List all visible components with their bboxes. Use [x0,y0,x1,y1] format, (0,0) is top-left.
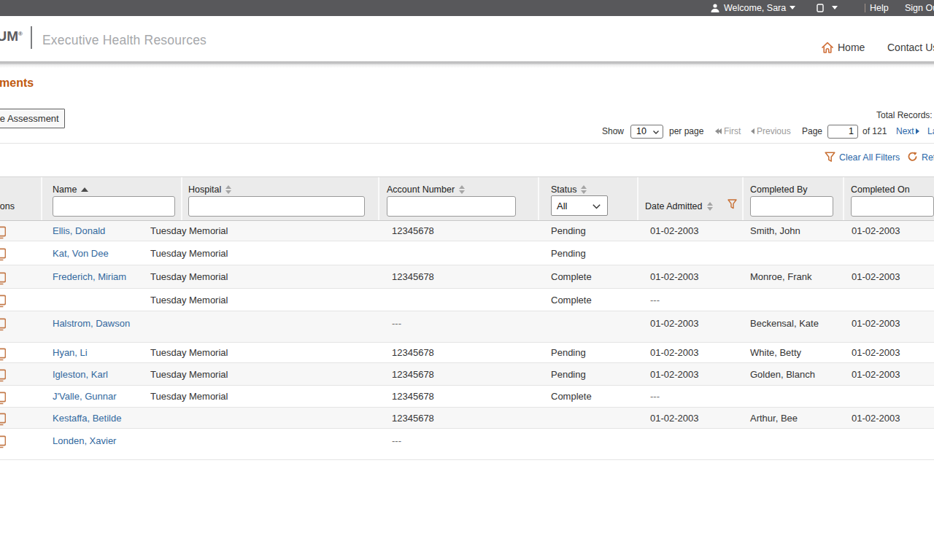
column-label-completed_by: Completed By [750,184,808,195]
page-number-input[interactable]: 1 [827,125,858,139]
column-label-actions: Actions [0,201,41,211]
cell-hospital: Tuesday Memorial [150,363,228,386]
cell-account: 12345678 [392,221,434,241]
masthead: OPTUM® Executive Health Resources Home C… [0,16,934,61]
patient-name-link[interactable]: Halstrom, Dawson [53,318,130,329]
table-row: Halstrom, Dawson---01-02-2003Beckensal, … [0,311,934,343]
row-action-icon[interactable] [0,348,6,362]
row-action-icon[interactable] [0,369,6,383]
patient-name-link[interactable]: Londen, Xavier [53,435,116,446]
cell-completed_on: 01-02-2003 [852,265,900,289]
column-header-admitted[interactable]: Date Admitted [637,177,742,220]
cell-hospital: Tuesday Memorial [150,221,228,241]
cell-completed_on: 01-02-2003 [852,408,900,429]
home-icon[interactable] [821,40,834,53]
sort-ascending-icon [81,187,88,192]
table-row: Tuesday MemorialComplete--- [0,289,934,311]
patient-name-link[interactable]: J'Valle, Gunnar [53,391,117,402]
column-header-name[interactable]: Name [41,177,181,220]
cell-name: J'Valle, Gunnar [53,386,117,408]
cell-name: Hyan, Li [53,343,88,363]
row-action-icon[interactable] [0,272,6,286]
cell-name: Kat, Von Dee [53,241,109,265]
row-action-icon[interactable] [0,318,6,332]
sort-icon [225,185,232,194]
status-filter-select[interactable]: All [551,195,608,216]
select-chevron-icon [653,131,659,134]
cell-completed_on: 01-02-2003 [852,311,900,335]
per-page-select[interactable]: 10 [630,125,663,139]
filter-input-hospital[interactable] [188,196,365,217]
column-header-hospital[interactable]: Hospital [181,177,378,220]
cell-account: 12345678 [392,265,434,289]
device-icon[interactable] [817,4,824,12]
cell-hospital: Tuesday Memorial [150,343,228,363]
column-header-account[interactable]: Account Number [378,177,538,220]
row-action-icon[interactable] [0,248,6,262]
viewport: Welcome, Sara Help Sign Out OPTUM® Execu… [0,0,934,560]
table-row: Londen, Xavier--- [0,429,934,460]
column-header-actions: Actions [0,177,41,220]
patient-name-link[interactable]: Ellis, Donald [53,225,105,236]
patient-name-link[interactable]: Kat, Von Dee [53,248,109,259]
table-row: Kestaffa, Betilde1234567801-02-2003Arthu… [0,408,934,429]
date-admitted-filter-funnel-icon[interactable] [727,199,737,210]
cell-status: Complete [551,289,592,311]
cell-account: 12345678 [392,363,434,386]
user-menu-caret-icon[interactable] [790,6,795,9]
column-header-completed_by: Completed By [742,177,843,220]
filter-input-name[interactable] [53,196,175,217]
cell-completed_by: White, Betty [750,343,801,363]
cell-completed_on: 01-02-2003 [852,221,900,241]
row-action-icon[interactable] [0,413,6,427]
show-label: Show [602,125,624,139]
sort-icon [581,185,587,194]
cell-account: --- [392,429,401,453]
patient-name-link[interactable]: Igleston, Karl [53,369,108,380]
patient-name-link[interactable]: Frederich, Miriam [53,271,126,282]
refresh-link[interactable]: Refresh [922,152,934,163]
last-page-link[interactable]: Last [927,125,934,139]
table-row: Frederich, MiriamTuesday Memorial1234567… [0,265,934,289]
table-header: ActionsNameHospitalAccount NumberStatusA… [0,176,934,221]
cell-admitted: 01-02-2003 [650,343,699,363]
cell-account: 12345678 [392,408,434,429]
device-menu-caret-icon[interactable] [832,6,838,9]
filter-input-account[interactable] [387,196,516,217]
cell-completed_on: 01-02-2003 [852,343,900,363]
row-action-icon[interactable] [0,435,6,449]
filter-input-completed_on[interactable] [851,196,934,217]
nav-home[interactable]: Home [838,41,865,54]
cell-hospital: Tuesday Memorial [150,241,228,265]
sign-out-link[interactable]: Sign Out [905,0,934,16]
column-label-admitted: Date Admitted [645,201,714,211]
previous-page-link[interactable]: Previous [751,125,791,139]
first-page-link[interactable]: First [715,125,741,139]
cell-admitted: --- [650,386,660,408]
cell-completed_by: Golden, Blanch [750,363,815,386]
status-filter-value: All [557,201,567,211]
cell-name: Halstrom, Dawson [53,311,130,335]
row-action-icon[interactable] [0,226,6,240]
filter-input-completed_by[interactable] [750,196,833,217]
nav-contact-us[interactable]: Contact Us [887,41,934,54]
next-page-link[interactable]: Next [896,125,919,139]
clear-all-filters-link[interactable]: Clear All Filters [839,152,900,163]
registered-mark: ® [18,31,23,37]
table-row: Kat, Von DeeTuesday MemorialPending [0,241,934,265]
patient-name-link[interactable]: Kestaffa, Betilde [53,413,121,424]
cell-completed_by: Monroe, Frank [750,265,812,289]
page-title: Assessments [0,77,34,89]
row-action-icon[interactable] [0,295,6,308]
cell-admitted: 01-02-2003 [650,363,699,386]
patient-name-link[interactable]: Hyan, Li [53,347,88,358]
cell-admitted: 01-02-2003 [650,265,699,289]
help-link[interactable]: Help [870,0,889,16]
division-name: Executive Health Resources [42,33,207,48]
table-row: Igleston, KarlTuesday Memorial12345678Pe… [0,363,934,386]
page: Welcome, Sara Help Sign Out OPTUM® Execu… [0,0,934,560]
column-header-status[interactable]: StatusAll [538,177,637,220]
welcome-user-menu[interactable]: Welcome, Sara [724,0,786,16]
row-action-icon[interactable] [0,392,6,405]
cell-admitted: --- [650,289,660,311]
